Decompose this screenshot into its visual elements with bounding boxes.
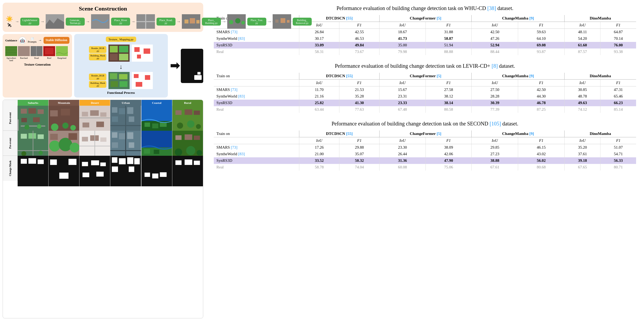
col-header-rural: Rural xyxy=(172,100,203,106)
svg-rect-88 xyxy=(184,109,192,115)
svg-rect-96 xyxy=(38,134,44,139)
val: 58.87 xyxy=(425,35,472,42)
val: 29.85 xyxy=(472,144,518,151)
iou-2b: IoU xyxy=(380,80,426,86)
svg-rect-158 xyxy=(160,172,167,177)
svg-rect-6 xyxy=(184,20,188,23)
val: 42.50 xyxy=(518,86,565,93)
val: 21.53 xyxy=(339,86,380,93)
table-3-ref: [105] xyxy=(490,121,501,127)
val: 35.20 xyxy=(565,144,600,151)
right-panel: Peformance evaluation of building change… xyxy=(206,0,644,321)
row-name-smars-2: SMARS [73] xyxy=(214,86,299,93)
val: 88.88 xyxy=(425,48,472,55)
val: 11.70 xyxy=(299,86,339,93)
svg-point-11 xyxy=(235,18,240,23)
table-2-ref: [8] xyxy=(492,63,498,69)
svg-rect-141 xyxy=(59,173,69,179)
val: 38.09 xyxy=(425,144,472,151)
val: 77.39 xyxy=(472,106,518,113)
guidance-label: Guidance xyxy=(5,39,17,42)
f1-3c: F1 xyxy=(518,137,565,144)
val: 67.65 xyxy=(565,164,600,171)
svg-rect-94 xyxy=(21,134,27,139)
svg-rect-155 xyxy=(141,156,172,186)
val: 54.71 xyxy=(600,151,636,157)
val: 41.73 xyxy=(380,35,426,42)
svg-point-102 xyxy=(49,140,60,152)
svg-rect-46 xyxy=(136,82,142,87)
svg-rect-105 xyxy=(50,134,58,140)
svg-rect-135 xyxy=(21,159,27,164)
val: 66.23 xyxy=(600,100,636,106)
svg-rect-85 xyxy=(160,122,167,127)
render-row-2: Render_RGB .py Building_Mask .py xyxy=(77,72,165,89)
texture-mapping-box: Texture_ Mapping.py xyxy=(106,37,136,42)
table-row-real-1: Real 58.3173.67 79.9888.88 88.4493.87 87… xyxy=(214,48,636,55)
svg-rect-45 xyxy=(145,75,150,80)
val: 79.98 xyxy=(380,48,426,55)
col-headers-row: Suburbs Mountain Desert Urban Coastal Ru… xyxy=(3,100,203,106)
pipeline-node-3: Place_River .py xyxy=(111,18,130,26)
table-2: Train on DTCDSCN [55] ChangeFormer [5] C… xyxy=(214,73,636,113)
arrow-2: → xyxy=(40,19,45,24)
val: 27.50 xyxy=(472,86,518,93)
svg-rect-87 xyxy=(175,110,181,115)
big-arrow: ➡ xyxy=(170,60,180,72)
val: 50.32 xyxy=(339,157,380,164)
val: 60.08 xyxy=(380,164,426,171)
svg-rect-147 xyxy=(96,172,104,177)
val: 35.28 xyxy=(339,93,380,100)
val: 31.88 xyxy=(425,29,472,36)
svg-rect-146 xyxy=(83,173,89,177)
val: 29.88 xyxy=(339,144,380,151)
svg-rect-154 xyxy=(129,167,134,172)
val: 93.87 xyxy=(518,48,565,55)
f1-3: F1 xyxy=(518,22,565,29)
svg-point-12 xyxy=(241,21,245,25)
val: 73.67 xyxy=(339,48,380,55)
val: 56.33 xyxy=(600,157,636,164)
val: 52.94 xyxy=(472,42,518,48)
table-1-suffix: dataset. xyxy=(496,5,513,11)
table-row: SyntheWorld [83] 30.1746.53 41.7358.87 4… xyxy=(214,35,636,42)
val: 87.57 xyxy=(565,48,600,55)
tex-label-2: Bareland xyxy=(18,57,30,62)
svg-rect-89 xyxy=(194,111,200,115)
val: 47.26 xyxy=(472,35,518,42)
svg-rect-149 xyxy=(112,157,117,163)
f1-4: F1 xyxy=(600,22,636,29)
val: 27.23 xyxy=(472,151,518,157)
val: 37.61 xyxy=(565,151,600,157)
svg-rect-51 xyxy=(21,118,27,122)
svg-rect-130 xyxy=(194,136,200,140)
table-2-suffix: dataset. xyxy=(498,63,515,69)
svg-rect-150 xyxy=(119,158,126,164)
svg-rect-114 xyxy=(112,132,117,138)
svg-rect-15 xyxy=(281,18,285,23)
val: 80.58 xyxy=(425,106,472,113)
left-panel: Scene Construction ☀️ 🛰 → Light&Sensor .… xyxy=(0,0,206,321)
changemamba-header-1: ChangeMamba [9] xyxy=(472,15,565,22)
val: 74.12 xyxy=(565,106,600,113)
tex-label-3: Road xyxy=(31,57,42,62)
functional-process-title: Functional Process xyxy=(77,91,165,95)
svg-rect-95 xyxy=(29,133,36,139)
row-name-real-1: Real xyxy=(214,48,299,55)
svg-rect-124 xyxy=(144,149,150,154)
table-section-1: Peformance evaluation of building change… xyxy=(214,5,636,55)
svg-rect-125 xyxy=(154,150,159,154)
val: 30.85 xyxy=(565,86,600,93)
down-arrow: ↓ xyxy=(77,63,165,70)
render-img-2 xyxy=(108,72,130,89)
arrow-5: → xyxy=(177,19,181,24)
train-on-header-2: Train on xyxy=(214,73,299,80)
post-event-row: Post-event xyxy=(3,106,203,131)
building-mask-1: Building_Mask .py xyxy=(89,54,106,60)
val: 64.10 xyxy=(518,35,565,42)
val: 74.04 xyxy=(339,164,380,171)
svg-rect-14 xyxy=(275,20,278,23)
sample-mask-urban xyxy=(110,156,141,186)
changeformer-header-2: ChangeFormer [5] xyxy=(380,73,472,80)
tex-label-1: Agriculture land xyxy=(5,57,17,62)
